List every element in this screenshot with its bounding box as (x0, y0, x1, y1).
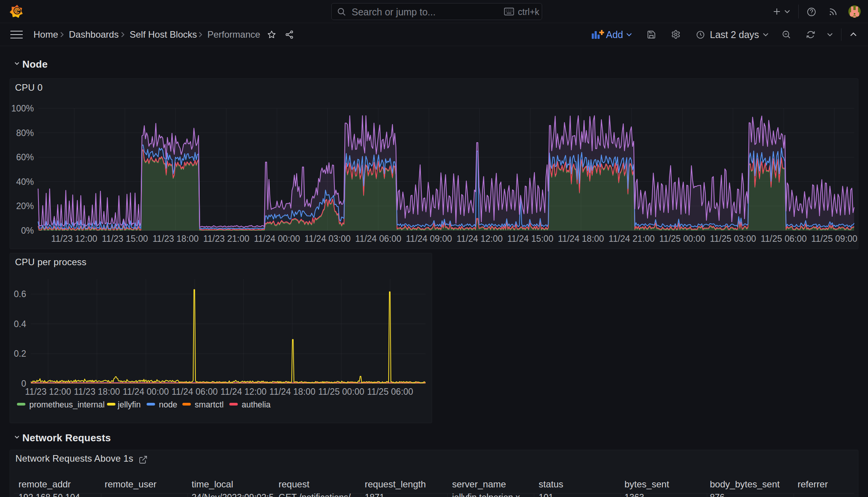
svg-text:referrer: referrer (798, 479, 828, 489)
svg-text:11/23 12:00: 11/23 12:00 (25, 387, 71, 397)
svg-text:192.168.50.104: 192.168.50.104 (18, 492, 80, 497)
svg-text:0.2: 0.2 (14, 349, 26, 359)
svg-text:11/24 06:00: 11/24 06:00 (355, 234, 401, 244)
svg-text:11/25 09:00: 11/25 09:00 (811, 234, 858, 244)
svg-text:server_name: server_name (452, 479, 506, 489)
svg-text:jellyfin.telperion.x: jellyfin.telperion.x (452, 492, 520, 497)
svg-text:11/25 06:00: 11/25 06:00 (367, 387, 413, 397)
svg-text:40%: 40% (16, 177, 34, 187)
svg-text:100%: 100% (11, 103, 34, 113)
svg-text:1871: 1871 (365, 492, 384, 497)
svg-text:876: 876 (710, 492, 724, 497)
svg-text:24/Nov/2023:09:02:5: 24/Nov/2023:09:02:5 (192, 492, 274, 497)
svg-text:11/24 15:00: 11/24 15:00 (507, 234, 553, 244)
svg-text:GET /notifications/: GET /notifications/ (279, 492, 351, 497)
svg-text:11/23 18:00: 11/23 18:00 (153, 234, 199, 244)
svg-text:11/23 18:00: 11/23 18:00 (74, 387, 120, 397)
svg-text:jellyfin: jellyfin (117, 400, 141, 409)
svg-text:11/24 12:00: 11/24 12:00 (457, 234, 503, 244)
svg-text:11/25 03:00: 11/25 03:00 (710, 234, 756, 244)
svg-text:node: node (159, 400, 177, 409)
svg-text:11/24 18:00: 11/24 18:00 (269, 387, 315, 397)
svg-text:11/24 18:00: 11/24 18:00 (558, 234, 604, 244)
svg-text:11/24 03:00: 11/24 03:00 (305, 234, 351, 244)
svg-text:11/24 21:00: 11/24 21:00 (609, 234, 655, 244)
svg-text:11/23 21:00: 11/23 21:00 (203, 234, 249, 244)
svg-text:11/23 12:00: 11/23 12:00 (51, 234, 97, 244)
svg-text:0%: 0% (21, 226, 34, 236)
svg-text:101: 101 (539, 492, 553, 497)
svg-text:11/24 06:00: 11/24 06:00 (172, 387, 218, 397)
svg-text:smartctl: smartctl (195, 400, 224, 409)
svg-text:bytes_sent: bytes_sent (624, 479, 669, 489)
svg-text:remote_addr: remote_addr (18, 479, 71, 489)
svg-text:time_local: time_local (192, 479, 233, 489)
svg-text:11/23 15:00: 11/23 15:00 (102, 234, 148, 244)
svg-text:remote_user: remote_user (105, 479, 157, 489)
svg-text:body_bytes_sent: body_bytes_sent (710, 479, 780, 489)
svg-text:status: status (539, 479, 563, 489)
svg-text:request: request (279, 479, 309, 489)
svg-text:11/24 00:00: 11/24 00:00 (123, 387, 169, 397)
svg-text:11/24 12:00: 11/24 12:00 (220, 387, 267, 397)
svg-text:prometheus_internal: prometheus_internal (29, 400, 105, 409)
svg-text:0.4: 0.4 (14, 319, 26, 329)
svg-text:11/25 00:00: 11/25 00:00 (659, 234, 706, 244)
svg-text:11/25 00:00: 11/25 00:00 (318, 387, 364, 397)
svg-text:11/24 00:00: 11/24 00:00 (254, 234, 300, 244)
svg-text:60%: 60% (16, 152, 34, 162)
svg-text:authelia: authelia (242, 400, 270, 409)
svg-text:1363: 1363 (624, 492, 644, 497)
svg-text:request_length: request_length (365, 479, 426, 489)
svg-text:11/24 09:00: 11/24 09:00 (406, 234, 452, 244)
svg-text:80%: 80% (16, 128, 34, 138)
svg-text:0.6: 0.6 (14, 289, 26, 299)
svg-text:20%: 20% (16, 201, 34, 211)
svg-text:11/25 06:00: 11/25 06:00 (761, 234, 807, 244)
